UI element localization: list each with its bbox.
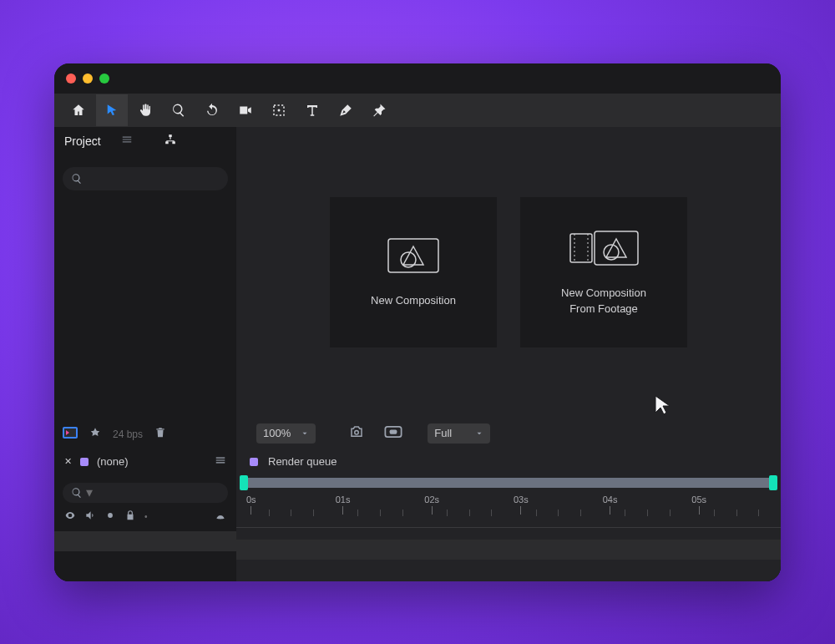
toolbar — [54, 94, 781, 127]
solo-toggle-icon[interactable] — [104, 510, 116, 525]
color-depth-icon[interactable] — [89, 427, 101, 441]
new-composition-from-footage-label: New Composition From Footage — [561, 286, 646, 316]
tick-minor — [269, 510, 270, 516]
project-tab[interactable]: Project — [64, 134, 101, 148]
minimize-window-button[interactable] — [83, 74, 93, 84]
timeline-search[interactable]: ▾ — [63, 483, 228, 503]
tick-major: 01s — [336, 494, 351, 515]
audio-toggle-icon[interactable] — [84, 510, 96, 525]
layer-row-empty — [54, 531, 236, 551]
tick-minor — [647, 510, 648, 516]
work-area-end-handle[interactable] — [769, 475, 777, 490]
rotate-tool[interactable] — [196, 94, 228, 126]
project-panel: Project 24 bps — [54, 127, 236, 449]
snapshot-icon[interactable] — [349, 424, 364, 442]
timeline-tab-render-queue[interactable]: Render queue — [236, 449, 350, 474]
composition-viewer: New Composition New Composition From Foo… — [236, 127, 781, 449]
tick-minor — [536, 510, 537, 516]
time-ruler[interactable]: 0s01s02s03s04s05s06s — [236, 494, 781, 528]
camera-tool[interactable] — [230, 94, 261, 126]
project-search[interactable] — [63, 167, 228, 190]
composition-icon — [380, 235, 447, 276]
timeline-panel: ✕ (none) Render queue ▾ — [54, 449, 781, 581]
flowchart-icon[interactable] — [164, 134, 176, 148]
titlebar — [54, 63, 781, 94]
tick-minor — [380, 510, 381, 516]
panel-menu-icon[interactable] — [121, 134, 133, 148]
visibility-toggle-icon[interactable] — [64, 510, 76, 525]
shy-toggle-icon[interactable] — [215, 510, 226, 525]
tick-minor — [736, 510, 737, 516]
resolution-select[interactable]: Full — [428, 423, 490, 444]
close-icon[interactable]: ✕ — [64, 456, 72, 467]
work-area-bar[interactable] — [241, 478, 776, 488]
tick-major: 02s — [424, 494, 439, 515]
tick-minor — [714, 510, 715, 516]
project-bin[interactable] — [54, 195, 236, 419]
text-tool[interactable] — [296, 94, 328, 126]
timeline-layer-panel: ▾ • — [54, 474, 236, 581]
tab-menu-icon[interactable] — [215, 454, 226, 469]
new-composition-label: New Composition — [371, 293, 456, 308]
composition-footage-icon — [566, 227, 641, 269]
zoom-select[interactable]: 100% — [256, 423, 316, 444]
viewer-content: New Composition New Composition From Foo… — [236, 127, 781, 418]
tick-major: 03s — [514, 494, 529, 515]
render-queue-label: Render queue — [268, 455, 337, 468]
tick-major: 04s — [603, 494, 618, 515]
app-window: Project 24 bps — [54, 63, 781, 581]
tick-major: 05s — [691, 494, 706, 515]
svg-rect-6 — [388, 239, 438, 272]
new-composition-card[interactable]: New Composition — [330, 197, 497, 347]
close-window-button[interactable] — [66, 74, 76, 84]
viewer-footer: 100% Full — [236, 418, 781, 449]
project-footer: 24 bps — [54, 419, 236, 449]
tick-minor — [491, 510, 492, 516]
cursor-icon — [654, 394, 672, 416]
pin-tool[interactable] — [363, 94, 395, 126]
fps-label: 24 bps — [113, 428, 143, 440]
tick-minor — [580, 510, 581, 516]
interpret-footage-icon[interactable] — [63, 427, 78, 441]
tab-none-label: (none) — [97, 455, 129, 468]
tick-minor — [447, 510, 448, 516]
search-icon — [71, 487, 83, 499]
lock-toggle-icon[interactable] — [124, 510, 136, 525]
tick-minor — [558, 510, 559, 516]
svg-rect-1 — [169, 134, 172, 137]
channel-icon[interactable] — [384, 426, 402, 440]
zoom-tool[interactable] — [163, 94, 195, 126]
pen-tool[interactable] — [330, 94, 362, 126]
track-row-empty — [236, 540, 781, 560]
maximize-window-button[interactable] — [99, 74, 109, 84]
tick-minor — [625, 510, 625, 516]
layer-toggles: • — [54, 506, 236, 528]
svg-rect-15 — [390, 429, 397, 434]
svg-point-16 — [108, 513, 113, 518]
selection-tool[interactable] — [96, 94, 128, 126]
tick-minor — [357, 510, 358, 516]
work-area-start-handle[interactable] — [240, 475, 248, 490]
trash-icon[interactable] — [154, 427, 166, 441]
home-tool[interactable] — [63, 94, 94, 126]
timeline-body: ▾ • 0s01s02s03s04s05s06s — [54, 474, 781, 581]
chevron-down-icon — [301, 429, 309, 438]
tick-minor — [402, 510, 403, 516]
region-tool[interactable] — [263, 94, 295, 126]
new-composition-from-footage-card[interactable]: New Composition From Footage — [520, 197, 687, 347]
timeline-tabs: ✕ (none) Render queue — [54, 449, 781, 474]
svg-point-0 — [278, 109, 281, 111]
tick-major: 0s — [246, 494, 256, 515]
hand-tool[interactable] — [129, 94, 161, 126]
project-panel-tabs: Project — [54, 127, 236, 155]
tick-minor — [313, 510, 314, 516]
dot-icon: • — [144, 512, 148, 521]
tick-minor — [469, 510, 470, 516]
timeline-tab-none[interactable]: ✕ (none) — [54, 449, 236, 474]
svg-point-13 — [355, 431, 359, 435]
svg-rect-11 — [595, 231, 638, 265]
comp-marker-icon — [250, 458, 258, 466]
timeline-track-area[interactable]: 0s01s02s03s04s05s06s — [236, 474, 781, 581]
svg-rect-8 — [570, 234, 592, 262]
zoom-value: 100% — [263, 427, 291, 439]
